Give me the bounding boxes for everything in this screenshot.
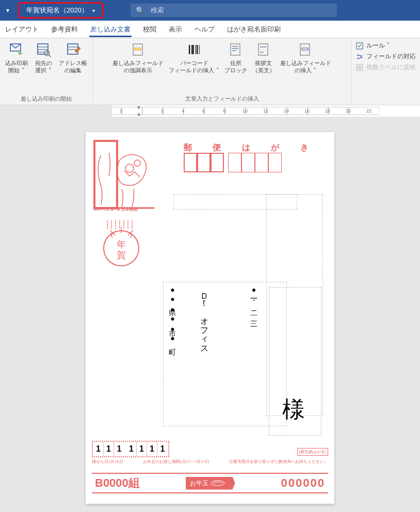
- postcard-page[interactable]: 郵 便 は が き NIPPON ※×※ 日本郵便: [86, 132, 334, 504]
- document-title: 年賀状宛名（2020）: [26, 6, 88, 15]
- sender-postal-cell[interactable]: 1: [104, 442, 114, 456]
- postal-cell[interactable]: [228, 153, 241, 172]
- search-box[interactable]: 🔍 検索: [131, 4, 337, 17]
- match-fields-icon: [356, 53, 364, 61]
- svg-rect-29: [360, 65, 363, 67]
- sender-name-vertical-text: Ｄｒ．オフィス: [189, 282, 219, 426]
- ribbon-group-insert-fields: 差し込みフィールド の強調表示 バーコード フィールドの挿入 ˅ 住所 ブロック: [93, 38, 351, 105]
- tab-view[interactable]: 表示: [168, 22, 183, 37]
- svg-text:賀: 賀: [117, 250, 126, 260]
- button-greeting-line[interactable]: 挨拶文 （英文）: [250, 40, 277, 75]
- sender-postal-cell[interactable]: 1: [137, 442, 147, 456]
- svg-point-5: [44, 51, 50, 56]
- address-book-icon: [65, 41, 82, 58]
- svg-point-49: [134, 160, 140, 166]
- stamp-caption: NIPPON ※×※ 日本郵便: [93, 206, 138, 212]
- document-area[interactable]: 郵 便 は が き NIPPON ※×※ 日本郵便: [0, 117, 420, 504]
- svg-rect-18: [231, 44, 240, 55]
- mail-merge-icon: [8, 41, 25, 58]
- svg-rect-26: [302, 48, 308, 50]
- title-bar: ▾ 年賀状宛名（2020） ▾ 🔍 検索: [0, 0, 420, 21]
- postal-cell[interactable]: [197, 153, 211, 172]
- ribbon-tab-strip: レイアウト 参考資料 差し込み文書 校閲 表示 ヘルプ はがき宛名面印刷: [0, 21, 420, 38]
- text-frame-honorific[interactable]: 様: [269, 287, 321, 436]
- recycled-paper-label: [再生紙はがき]: [297, 448, 328, 456]
- sender-postal-boxes[interactable]: 1 1 1 1 1 1 1: [92, 441, 169, 457]
- title-dropdown-icon[interactable]: ▾: [92, 8, 95, 13]
- svg-rect-22: [259, 44, 268, 55]
- ribbon: 込み印刷 開始 ˅ 宛先の 選択 ˅ アドレス帳 の編集 差し込み印刷の開始: [0, 38, 420, 105]
- postcard-header-text: 郵 便 は が き: [184, 142, 318, 153]
- group-label-insert-fields: 文章入力とフィールドの挿入: [96, 94, 348, 104]
- svg-point-48: [125, 164, 134, 172]
- button-update-labels: 複数ラベルに反映: [356, 63, 416, 72]
- greeting-icon: [255, 41, 272, 58]
- stamp-illustration: [93, 140, 155, 212]
- labels-icon: [356, 63, 364, 72]
- recipient-postal-boxes: [184, 153, 282, 172]
- otoshidama-tag: お年玉: [186, 477, 235, 490]
- highlight-fields-icon: [130, 41, 147, 58]
- svg-rect-11: [135, 48, 141, 50]
- lottery-band: B0000組 お年玉 000000: [92, 473, 328, 493]
- honorific-sama: 様: [282, 394, 305, 425]
- svg-point-60: [211, 481, 224, 486]
- tab-review[interactable]: 校閲: [142, 22, 157, 37]
- stamp-area: NIPPON ※×※ 日本郵便: [93, 140, 155, 212]
- svg-rect-31: [360, 68, 363, 71]
- sender-postal-cell[interactable]: 1: [147, 442, 157, 456]
- nenga-seal: 年 賀: [97, 220, 146, 269]
- postal-cell[interactable]: [241, 153, 255, 172]
- button-rules[interactable]: ルール ˅: [356, 41, 416, 50]
- barcode-icon: [186, 41, 202, 58]
- button-insert-merge-field[interactable]: 差し込みフィールド の挿入 ˅: [278, 40, 333, 75]
- qat-customize-arrow[interactable]: ▾: [4, 5, 11, 16]
- sender-postal-cell[interactable]: 1: [114, 442, 124, 456]
- tab-layout[interactable]: レイアウト: [4, 22, 40, 37]
- horizontal-ruler[interactable]: 2 2 4 6 8 10 12 14 16 18 20 22: [111, 105, 420, 117]
- button-start-mail-merge[interactable]: 込み印刷 開始 ˅: [3, 40, 30, 75]
- tab-mailings[interactable]: 差し込み文書: [89, 22, 132, 37]
- svg-rect-28: [357, 65, 359, 67]
- lottery-number: 000000: [281, 476, 325, 490]
- button-match-fields[interactable]: フィールドの対応: [356, 52, 416, 61]
- search-placeholder: 検索: [151, 6, 164, 15]
- address-block-icon: [228, 41, 244, 58]
- postal-cell[interactable]: [255, 153, 268, 172]
- group-label-start-merge: 差し込み印刷の開始: [3, 94, 89, 104]
- sender-postal-cell[interactable]: 1: [126, 442, 137, 456]
- tab-postcard-print[interactable]: はがき宛名面印刷: [226, 22, 282, 37]
- document-title-highlight: 年賀状宛名（2020） ▾: [18, 2, 104, 19]
- postal-cell[interactable]: [184, 153, 197, 172]
- search-icon: 🔍: [136, 6, 144, 14]
- sender-postal-cell[interactable]: 1: [93, 442, 104, 456]
- button-highlight-merge-fields[interactable]: 差し込みフィールド の強調表示: [110, 40, 166, 75]
- svg-text:年: 年: [117, 239, 126, 250]
- text-frame-address[interactable]: ●●県●●市●●町 ●一‐二‐三 Ｄｒ．オフィス: [163, 282, 287, 426]
- group-code: B0000組: [95, 475, 140, 491]
- rules-icon: [356, 42, 364, 50]
- svg-rect-30: [357, 68, 359, 71]
- svg-rect-47: [94, 141, 117, 208]
- address2-vertical-text: ●一‐二‐三: [245, 282, 263, 426]
- ribbon-group-start-merge: 込み印刷 開始 ˅ 宛先の 選択 ˅ アドレス帳 の編集 差し込み印刷の開始: [0, 38, 93, 105]
- address-vertical-text: ●●県●●市●●町: [164, 282, 181, 426]
- insert-field-icon: [297, 41, 314, 58]
- lottery-info-line: 抽せん日1月15日 お年玉のお渡し期間1月17～7月17日 ①番号部分を切り取ら…: [92, 459, 328, 465]
- postal-cell[interactable]: [268, 153, 282, 172]
- button-address-block[interactable]: 住所 ブロック: [222, 40, 249, 75]
- button-insert-barcode-field[interactable]: バーコード フィールドの挿入 ˅: [167, 40, 221, 75]
- postal-cell[interactable]: [211, 153, 224, 172]
- tab-references[interactable]: 参考資料: [50, 22, 79, 37]
- svg-rect-1: [38, 44, 48, 54]
- sender-postal-cell[interactable]: 1: [157, 442, 168, 456]
- button-edit-address-book[interactable]: アドレス帳 の編集: [57, 40, 89, 75]
- tab-help[interactable]: ヘルプ: [193, 22, 216, 37]
- ribbon-side-group: ルール ˅ フィールドの対応 複数ラベルに反映: [351, 38, 420, 105]
- recipients-icon: [35, 41, 52, 58]
- svg-line-6: [49, 55, 51, 57]
- button-select-recipients[interactable]: 宛先の 選択 ˅: [31, 40, 56, 75]
